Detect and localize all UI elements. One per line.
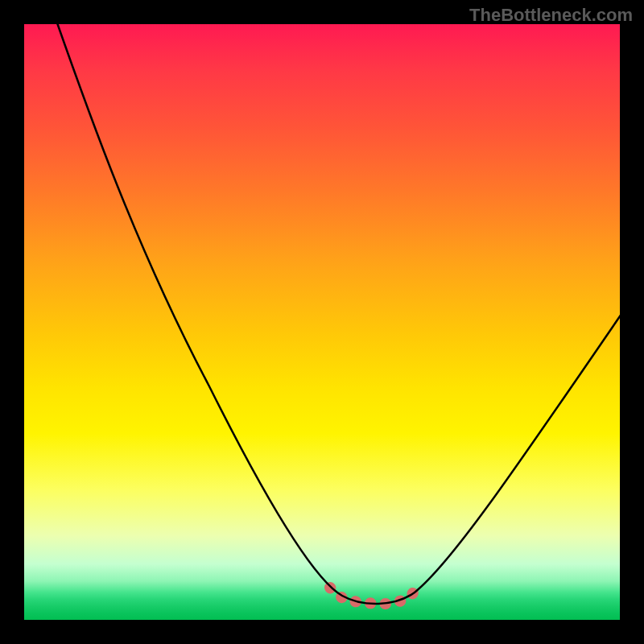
- optimal-range-marker: [330, 586, 419, 604]
- bottleneck-chart-svg: [24, 24, 620, 620]
- watermark-text: TheBottleneck.com: [469, 5, 633, 26]
- bottleneck-curve-line: [55, 16, 621, 604]
- chart-plot-area: [24, 24, 620, 620]
